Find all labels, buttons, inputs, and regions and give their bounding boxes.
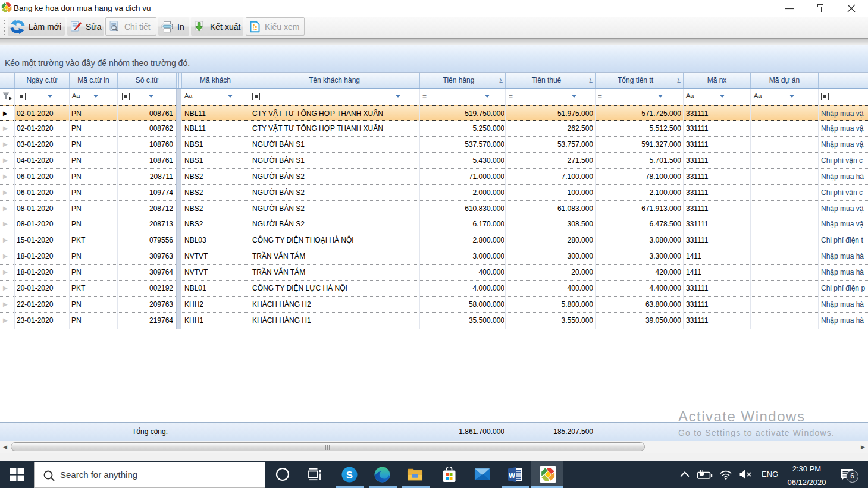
svg-text:W: W bbox=[509, 471, 516, 479]
svg-text:S: S bbox=[346, 469, 353, 480]
